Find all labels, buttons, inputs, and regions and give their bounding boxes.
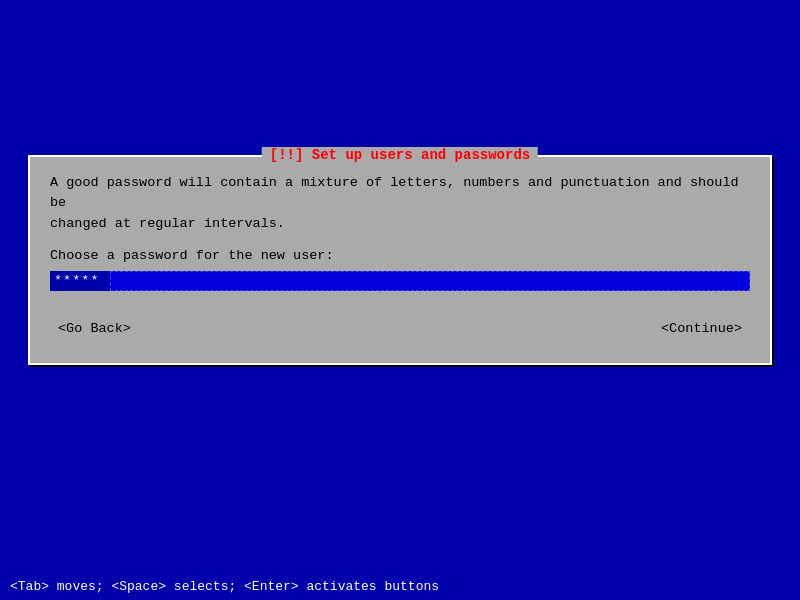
description-line1: A good password will contain a mixture o…	[50, 175, 739, 210]
description: A good password will contain a mixture o…	[50, 173, 750, 234]
go-back-button[interactable]: <Go Back>	[50, 319, 139, 338]
title-bar: [!!] Set up users and passwords	[262, 147, 538, 163]
status-bar: <Tab> moves; <Space> selects; <Enter> ac…	[0, 572, 800, 600]
description-line2: changed at regular intervals.	[50, 216, 285, 231]
buttons-row: <Go Back> <Continue>	[30, 319, 770, 338]
dialog-box: [!!] Set up users and passwords A good p…	[28, 155, 772, 365]
continue-button[interactable]: <Continue>	[653, 319, 750, 338]
password-input-empty[interactable]	[110, 271, 750, 291]
password-input-filled[interactable]	[50, 271, 110, 291]
status-text: <Tab> moves; <Space> selects; <Enter> ac…	[10, 579, 439, 594]
title-text: [!!] Set up users and passwords	[270, 147, 530, 163]
prompt-text: Choose a password for the new user:	[50, 248, 750, 263]
dialog-content: A good password will contain a mixture o…	[30, 157, 770, 319]
input-row	[50, 271, 750, 291]
